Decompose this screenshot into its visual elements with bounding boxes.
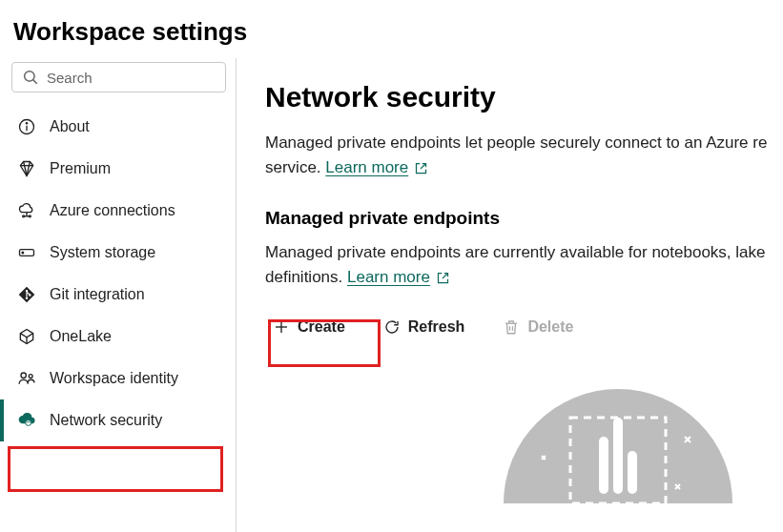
sidebar-item-workspace-identity[interactable]: Workspace identity <box>8 358 230 399</box>
cloud-lock-icon <box>17 411 36 430</box>
search-input[interactable] <box>47 70 216 86</box>
create-button[interactable]: Create <box>265 313 353 341</box>
main-heading: Network security <box>265 81 783 113</box>
refresh-button[interactable]: Refresh <box>376 313 473 341</box>
sidebar-item-label: Network security <box>50 412 162 429</box>
storage-icon <box>17 243 36 262</box>
svg-point-8 <box>22 252 24 254</box>
svg-point-11 <box>26 420 31 426</box>
refresh-icon <box>383 318 401 336</box>
plus-icon <box>273 318 290 336</box>
identity-icon <box>17 369 36 388</box>
svg-rect-17 <box>599 437 608 494</box>
learn-more-link[interactable]: Learn more <box>325 155 428 180</box>
external-link-icon <box>414 161 428 175</box>
sidebar-item-label: Premium <box>50 160 111 177</box>
svg-point-4 <box>26 123 27 124</box>
sub-text: Managed private endpoints are currently … <box>265 240 783 291</box>
sidebar-item-network-security[interactable]: Network security <box>0 399 230 441</box>
svg-point-9 <box>21 373 26 378</box>
info-icon <box>17 117 36 136</box>
search-icon <box>22 69 39 86</box>
main-content: Network security Managed private endpoin… <box>237 58 783 532</box>
intro-text: Managed private endpoints let people sec… <box>265 131 783 181</box>
empty-state-graphic <box>484 370 783 507</box>
cloud-connect-icon <box>17 201 36 220</box>
search-box[interactable] <box>11 62 226 92</box>
learn-more-link-2[interactable]: Learn more <box>347 265 450 290</box>
toolbar: Create Refresh Delete <box>265 313 783 341</box>
page-title: Workspace settings <box>0 0 783 58</box>
sidebar-item-label: Azure connections <box>50 202 175 219</box>
sidebar-item-label: OneLake <box>50 328 112 345</box>
sidebar-item-label: Workspace identity <box>50 370 178 387</box>
sidebar-item-azure-connections[interactable]: Azure connections <box>8 190 230 232</box>
onelake-icon <box>17 327 36 346</box>
svg-point-6 <box>29 215 31 217</box>
delete-button: Delete <box>495 313 581 341</box>
sidebar: About Premium Azure connections System s… <box>0 58 237 532</box>
svg-point-0 <box>25 72 35 82</box>
trash-icon <box>503 318 520 336</box>
sidebar-item-label: System storage <box>50 244 155 261</box>
sidebar-item-onelake[interactable]: OneLake <box>8 316 230 358</box>
external-link-icon <box>436 271 450 285</box>
svg-point-10 <box>29 375 32 379</box>
sidebar-item-git-integration[interactable]: Git integration <box>8 274 230 316</box>
sidebar-item-premium[interactable]: Premium <box>8 148 230 190</box>
sidebar-item-system-storage[interactable]: System storage <box>8 232 230 274</box>
svg-rect-18 <box>613 418 623 494</box>
sidebar-item-label: About <box>50 118 90 135</box>
git-icon <box>17 285 36 304</box>
diamond-icon <box>17 159 36 178</box>
sub-heading: Managed private endpoints <box>265 208 783 229</box>
sidebar-item-label: Git integration <box>50 286 145 303</box>
svg-line-1 <box>33 80 37 84</box>
svg-rect-19 <box>628 451 637 494</box>
sidebar-item-about[interactable]: About <box>8 106 230 148</box>
